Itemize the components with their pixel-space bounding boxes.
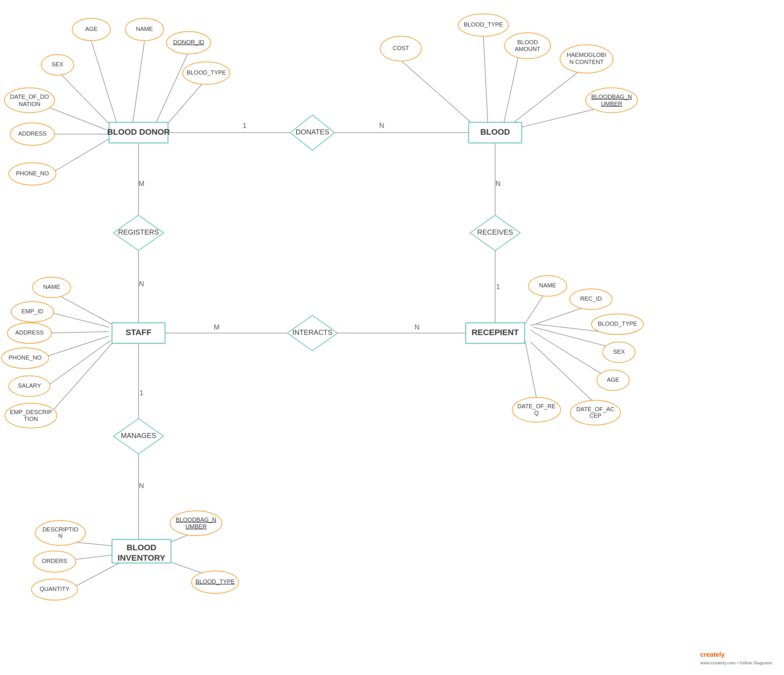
attr-donor-date-text2: NATION bbox=[19, 101, 40, 107]
attr-donor-age-text: AGE bbox=[85, 26, 98, 32]
svg-line-26 bbox=[41, 336, 109, 358]
svg-line-11 bbox=[133, 41, 145, 124]
creately-brand: creately bbox=[700, 651, 725, 658]
manages-label: MANAGES bbox=[121, 432, 156, 440]
attr-rec-name-text: NAME bbox=[539, 282, 556, 289]
card-n-donates: N bbox=[379, 121, 384, 129]
blood-inventory-label2: INVENTORY bbox=[118, 553, 165, 562]
attr-staff-salary-text: SALARY bbox=[18, 382, 41, 389]
attr-donor-date bbox=[5, 88, 54, 113]
staff-label: STAFF bbox=[126, 328, 151, 337]
svg-line-24 bbox=[44, 311, 109, 327]
svg-line-19 bbox=[401, 61, 476, 127]
attr-staff-name-text: NAME bbox=[43, 283, 60, 290]
card-m-interacts-staff: M bbox=[214, 323, 219, 331]
recepient-label: RECEPIENT bbox=[471, 328, 519, 337]
attr-inv-bloodbag-text1: BLOODBAG_N bbox=[176, 516, 216, 523]
svg-line-27 bbox=[47, 341, 110, 386]
card-n-blood-receives: N bbox=[495, 179, 501, 187]
attr-blood-amount-text1: BLOOD bbox=[517, 39, 538, 45]
attr-inv-desc-text1: DESCRIPTIO bbox=[42, 526, 78, 533]
svg-line-13 bbox=[165, 79, 206, 127]
attr-donor-id-text: DONOR_ID bbox=[173, 39, 204, 46]
registers-label: REGISTERS bbox=[118, 228, 159, 236]
card-1-receives-recepient: 1 bbox=[496, 283, 500, 291]
donates-label: DONATES bbox=[296, 128, 329, 136]
attr-rec-id-text: REC_ID bbox=[580, 296, 602, 302]
attr-rec-age-text: AGE bbox=[607, 376, 619, 383]
attr-donor-address-text: ADDRESS bbox=[18, 130, 47, 137]
attr-donor-sex-text: SEX bbox=[51, 61, 63, 67]
svg-line-34 bbox=[525, 339, 537, 398]
attr-donor-date-text1: DATE_OF_DO bbox=[10, 93, 49, 100]
creately-logo: creately www.creately.com • Online Diagr… bbox=[700, 651, 772, 666]
attr-donor-blood-type-text: BLOOD_TYPE bbox=[187, 69, 226, 76]
svg-line-40 bbox=[69, 563, 119, 589]
receives-label: RECEIVES bbox=[477, 228, 513, 236]
attr-inv-bloodbag-text2: UMBER bbox=[185, 523, 207, 530]
attr-staff-emp-id-text: EMP_ID bbox=[22, 308, 44, 315]
svg-line-20 bbox=[504, 54, 519, 122]
blood-inventory-label1: BLOOD bbox=[126, 543, 156, 552]
attr-staff-emp-desc-text2: TION bbox=[24, 415, 38, 422]
svg-line-23 bbox=[58, 295, 112, 324]
svg-line-14 bbox=[58, 71, 112, 127]
card-n-registers-staff: N bbox=[139, 280, 144, 288]
card-m-registers-donor: M bbox=[138, 179, 145, 187]
attr-blood-bloodbag-text1: BLOODBAG_N bbox=[591, 93, 632, 100]
attr-staff-phone-text: PHONE_NO bbox=[9, 354, 42, 361]
svg-line-17 bbox=[50, 138, 110, 174]
card-n-manages-inventory: N bbox=[139, 482, 144, 490]
svg-line-30 bbox=[530, 306, 586, 326]
attr-inv-orders-text: ORDERS bbox=[42, 558, 67, 564]
attr-inv-desc-text2: N bbox=[58, 533, 62, 539]
interacts-label: INTERACTS bbox=[292, 328, 333, 336]
attr-blood-bloodbag-num bbox=[586, 88, 638, 113]
attr-blood-blood-type-text: BLOOD_TYPE bbox=[464, 21, 503, 28]
attr-donor-name-text: NAME bbox=[136, 26, 153, 32]
attr-inv-quantity-text: QUANTITY bbox=[39, 586, 69, 592]
svg-line-35 bbox=[530, 342, 593, 401]
card-n-interacts-recepient: N bbox=[414, 323, 419, 331]
blood-donor-label: BLOOD DONOR bbox=[107, 128, 170, 137]
card-1-manages-staff: 1 bbox=[139, 389, 143, 397]
attr-blood-bloodbag-text2: UMBER bbox=[601, 101, 622, 107]
svg-line-29 bbox=[525, 295, 544, 324]
attr-rec-sex-text: SEX bbox=[613, 348, 625, 355]
card-1-donates: 1 bbox=[243, 121, 246, 129]
svg-line-25 bbox=[46, 331, 109, 333]
svg-line-18 bbox=[483, 35, 488, 123]
svg-line-15 bbox=[46, 106, 106, 130]
attr-blood-haemo-text2: N CONTENT bbox=[569, 59, 604, 65]
svg-line-12 bbox=[156, 51, 189, 122]
attr-staff-address-text: ADDRESS bbox=[16, 329, 44, 336]
attr-rec-date-accep-text2: CEP bbox=[589, 412, 601, 419]
attr-rec-date-accep-text1: DATE_OF_AC bbox=[576, 406, 614, 413]
attr-rec-date-req-text2: Q bbox=[534, 410, 539, 416]
attr-rec-date-req-text1: DATE_OF_RE bbox=[517, 403, 555, 410]
svg-line-33 bbox=[530, 330, 607, 377]
attr-inv-blood-type-text: BLOOD_TYPE bbox=[195, 578, 235, 585]
creately-sub: www.creately.com • Online Diagrams bbox=[700, 661, 772, 665]
attr-donor-phone-text: PHONE_NO bbox=[16, 170, 49, 177]
attr-rec-blood-type-text: BLOOD_TYPE bbox=[598, 320, 637, 327]
svg-line-10 bbox=[91, 41, 118, 127]
attr-blood-haemo-text1: HAEMOGLOBI bbox=[567, 51, 606, 58]
blood-label: BLOOD bbox=[480, 128, 510, 137]
attr-blood-amount-text2: AMOUNT bbox=[515, 46, 541, 52]
attr-blood-cost-text: COST bbox=[393, 45, 409, 51]
svg-line-28 bbox=[46, 344, 112, 418]
svg-line-21 bbox=[513, 68, 583, 123]
attr-staff-emp-desc-text1: EMP_DESCRIP bbox=[10, 409, 52, 415]
